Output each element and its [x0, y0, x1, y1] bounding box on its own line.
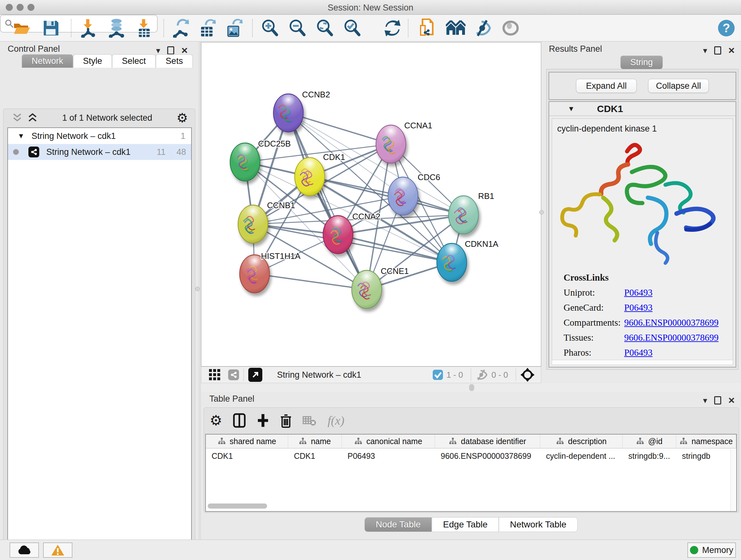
table-panel-float-button[interactable] [714, 396, 721, 405]
cell-shared-name[interactable]: CDK1 [206, 451, 288, 461]
tab-network[interactable]: Network [22, 54, 73, 68]
column-header-namespace[interactable]: namespace [676, 435, 736, 448]
zoom-out-button[interactable] [286, 17, 308, 39]
selected-checkbox-icon[interactable] [432, 369, 443, 380]
table-options-gear-icon[interactable]: ⚙ [210, 414, 222, 428]
export-image-button[interactable] [223, 17, 245, 39]
cell-canonical-name[interactable]: P06493 [342, 451, 435, 461]
network-node-CCNE1[interactable]: CCNE1 [352, 266, 409, 309]
export-network-button[interactable] [169, 17, 191, 39]
crosslink-link[interactable]: P06493 [624, 302, 653, 313]
cell-name[interactable]: CDK1 [288, 451, 342, 461]
new-network-from-selection-button[interactable] [417, 17, 439, 39]
network-node-CDKN1A[interactable]: CDKN1A [437, 240, 499, 282]
expand-all-tree-icon[interactable] [27, 113, 38, 123]
network-view-toolbar: String Network – cdk1 1 - 0 0 - 0 [201, 367, 541, 383]
network-node-CDK1[interactable]: CDK1 [294, 152, 345, 196]
horizontal-splitter[interactable] [201, 383, 741, 392]
network-node-HIST1H1A[interactable]: HIST1H1A [240, 252, 301, 293]
zoom-fit-button[interactable] [314, 17, 336, 39]
table-vertical-scrollbar[interactable] [731, 449, 736, 512]
import-network-database-button[interactable] [105, 17, 127, 39]
left-splitter-handle[interactable] [195, 287, 200, 291]
entry-collapse-icon[interactable]: ▼ [568, 105, 575, 113]
network-canvas[interactable]: CCNB2CCNA1CDC25BCDK1CDC6RB1CCNB1CCNA2CDK… [201, 42, 541, 367]
network-row[interactable]: String Network – cdk1 11 48 [8, 144, 191, 160]
crosslink-label: Pharos: [563, 348, 624, 358]
column-header-canonical-name[interactable]: canonical name [342, 435, 435, 448]
tab-sets[interactable]: Sets [156, 54, 193, 68]
control-panel-float-button[interactable] [167, 46, 174, 55]
table-panel-close-button[interactable]: × [728, 394, 735, 407]
column-header--id[interactable]: @id [623, 435, 676, 448]
warnings-button[interactable] [43, 543, 72, 558]
node-table[interactable]: shared namenamecanonical namedatabase id… [205, 434, 737, 512]
tab-select[interactable]: Select [112, 54, 156, 68]
results-scrollbar[interactable] [552, 360, 733, 365]
right-splitter-handle[interactable] [539, 210, 544, 214]
save-session-button[interactable] [40, 17, 62, 39]
tab-network-table[interactable]: Network Table [499, 517, 578, 532]
crosslink-link[interactable]: P06493 [624, 287, 653, 298]
tab-string[interactable]: String [620, 56, 663, 69]
export-network-icon [171, 18, 189, 38]
delete-column-icon[interactable] [280, 413, 292, 428]
network-node-RB1[interactable]: RB1 [449, 192, 494, 234]
network-badge-icon[interactable] [228, 369, 239, 380]
selected-node-edge-count: 1 - 0 [447, 370, 463, 380]
table-row[interactable]: CDK1CDK1P064939606.ENSP00000378699cyclin… [206, 449, 736, 463]
cell-description[interactable]: cyclin-dependent ... [540, 451, 623, 461]
crosslink-link[interactable]: P06493 [624, 348, 653, 358]
export-table-button[interactable] [197, 17, 218, 39]
table-horizontal-scrollbar[interactable] [208, 503, 267, 509]
import-network-file-button[interactable] [77, 17, 98, 39]
show-columns-icon[interactable] [233, 413, 246, 428]
crosslink-link[interactable]: 9606.ENSP00000378699 [624, 332, 719, 343]
network-collection-row[interactable]: ▼ String Network – cdk1 1 [8, 128, 191, 144]
open-session-button[interactable] [11, 17, 32, 39]
column-header-description[interactable]: description [540, 435, 623, 448]
results-panel-menu-button[interactable]: ▾ [703, 46, 707, 55]
column-header-shared-name[interactable]: shared name [206, 435, 288, 448]
tab-edge-table[interactable]: Edge Table [432, 517, 499, 532]
grid-view-icon[interactable] [208, 368, 221, 381]
edge-CCNE1-HIST1H1A[interactable] [255, 274, 367, 290]
network-edge-count: 48 [177, 147, 186, 157]
help-button[interactable]: ? [716, 17, 737, 39]
tab-style[interactable]: Style [73, 54, 112, 68]
show-all-button[interactable] [500, 17, 522, 39]
edge-CCNB2-CCNE1[interactable] [288, 113, 367, 290]
memory-button[interactable]: Memory [687, 543, 736, 558]
edge-CCNB2-CCNA1[interactable] [288, 113, 391, 144]
collapse-all-tree-icon[interactable] [12, 113, 23, 123]
add-column-icon[interactable] [257, 414, 269, 428]
network-options-gear-icon[interactable]: ⚙ [177, 111, 188, 124]
column-header-name[interactable]: name [288, 435, 342, 448]
network-node-CCNB1[interactable]: CCNB1 [238, 201, 295, 243]
cell-namespace[interactable]: stringdb [676, 451, 736, 461]
hidden-node-edge-count: 0 - 0 [491, 370, 508, 380]
import-table-button[interactable] [133, 17, 155, 39]
results-panel-float-button[interactable] [714, 46, 721, 55]
hide-selected-button[interactable] [472, 17, 494, 39]
birds-eye-toggle-icon[interactable] [521, 368, 535, 382]
collection-expand-icon[interactable]: ▼ [17, 132, 24, 140]
cell-database-identifier[interactable]: 9606.ENSP00000378699 [435, 451, 540, 461]
table-panel-menu-button[interactable]: ▾ [703, 396, 707, 405]
apply-layout-button[interactable] [382, 17, 403, 39]
cell--id[interactable]: stringdb:9... [623, 451, 676, 461]
splitter-handle[interactable] [469, 384, 474, 391]
open-in-window-icon[interactable] [248, 368, 262, 382]
zoom-in-button[interactable] [259, 17, 281, 39]
crosslink-link[interactable]: 9606.ENSP00000378699 [624, 317, 719, 328]
network-node-CDC6[interactable]: CDC6 [388, 173, 440, 215]
column-header-database-identifier[interactable]: database identifier [435, 435, 540, 448]
tab-node-table[interactable]: Node Table [364, 517, 432, 532]
zoom-selected-button[interactable] [341, 17, 363, 39]
cloud-status-button[interactable] [10, 543, 39, 558]
first-neighbors-button[interactable] [445, 17, 467, 39]
results-panel-close-button[interactable]: × [728, 44, 735, 57]
control-panel-menu-button[interactable]: ▾ [156, 46, 160, 55]
expand-all-button[interactable]: Expand All [576, 79, 636, 93]
collapse-all-button[interactable]: Collapse All [648, 79, 709, 93]
